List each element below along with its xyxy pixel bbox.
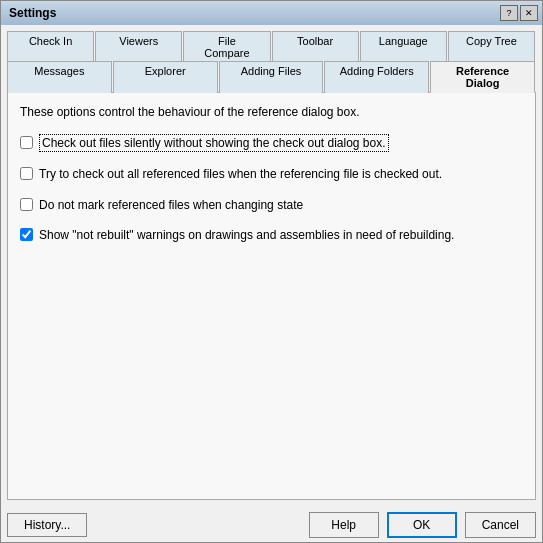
- option-label-1: Check out files silently without showing…: [39, 135, 389, 152]
- option-item-3: Do not mark referenced files when changi…: [20, 195, 523, 216]
- panel-description: These options control the behaviour of t…: [20, 105, 523, 119]
- tab-check-in[interactable]: Check In: [7, 31, 94, 62]
- dotted-label-1: Check out files silently without showing…: [39, 134, 389, 152]
- cancel-button[interactable]: Cancel: [465, 512, 536, 538]
- option-item-4: Show "not rebuilt" warnings on drawings …: [20, 225, 523, 246]
- option-item-2: Try to check out all referenced files wh…: [20, 164, 523, 185]
- tab-adding-files[interactable]: Adding Files: [219, 61, 324, 93]
- checkbox-no-mark[interactable]: [20, 198, 33, 211]
- checkbox-checkout-referenced[interactable]: [20, 167, 33, 180]
- settings-panel: These options control the behaviour of t…: [7, 93, 536, 500]
- checkbox-not-rebuilt[interactable]: [20, 228, 33, 241]
- option-item-1: Check out files silently without showing…: [20, 133, 523, 154]
- button-bar: History... Help OK Cancel: [1, 506, 542, 542]
- checkbox-checkout-silently[interactable]: [20, 136, 33, 149]
- button-group-right: Help OK Cancel: [309, 512, 536, 538]
- tab-viewers[interactable]: Viewers: [95, 31, 182, 62]
- window-content: Check In Viewers File Compare Toolbar La…: [1, 25, 542, 506]
- help-dialog-button[interactable]: Help: [309, 512, 379, 538]
- tab-row-2: Messages Explorer Adding Files Adding Fo…: [7, 61, 536, 92]
- ok-button[interactable]: OK: [387, 512, 457, 538]
- tab-language[interactable]: Language: [360, 31, 447, 62]
- title-bar: Settings ? ✕: [1, 1, 542, 25]
- option-label-2: Try to check out all referenced files wh…: [39, 166, 442, 183]
- tab-toolbar[interactable]: Toolbar: [272, 31, 359, 62]
- tab-copy-tree[interactable]: Copy Tree: [448, 31, 535, 62]
- title-bar-buttons: ? ✕: [500, 5, 538, 21]
- tab-adding-folders[interactable]: Adding Folders: [324, 61, 429, 93]
- close-button[interactable]: ✕: [520, 5, 538, 21]
- tab-row-1: Check In Viewers File Compare Toolbar La…: [7, 31, 536, 61]
- tab-strip: Check In Viewers File Compare Toolbar La…: [7, 31, 536, 93]
- tab-reference-dialog[interactable]: Reference Dialog: [430, 61, 535, 93]
- tab-explorer[interactable]: Explorer: [113, 61, 218, 93]
- help-button[interactable]: ?: [500, 5, 518, 21]
- settings-window: Settings ? ✕ Check In Viewers File Compa…: [0, 0, 543, 543]
- window-title: Settings: [9, 6, 56, 20]
- tab-messages[interactable]: Messages: [7, 61, 112, 93]
- option-label-3: Do not mark referenced files when changi…: [39, 197, 303, 214]
- tab-file-compare[interactable]: File Compare: [183, 31, 270, 62]
- option-label-4: Show "not rebuilt" warnings on drawings …: [39, 227, 454, 244]
- history-button[interactable]: History...: [7, 513, 87, 537]
